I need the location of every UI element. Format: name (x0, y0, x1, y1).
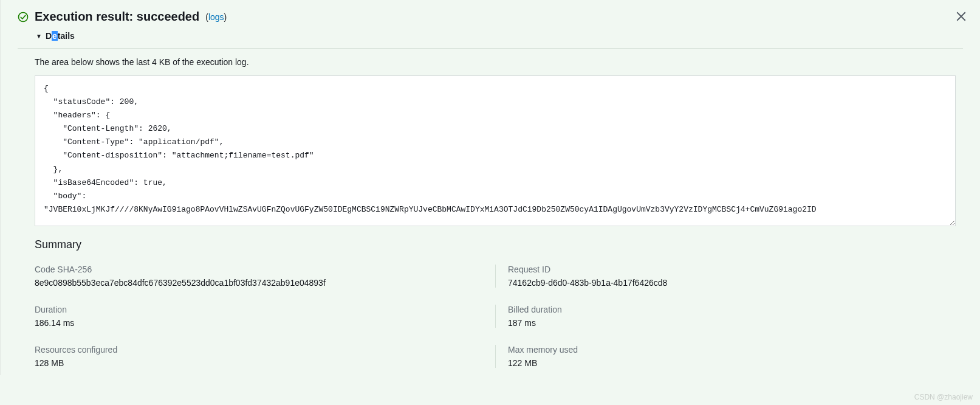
execution-result-panel: Execution result: succeeded logs ▼ Detai… (0, 0, 980, 375)
summary-grid: Code SHA-256 8e9c0898b55b3eca7ebc84dfc67… (35, 265, 956, 368)
summary-value: 187 ms (508, 318, 956, 328)
summary-value: 128 MB (35, 358, 483, 368)
summary-duration: Duration 186.14 ms (35, 305, 495, 328)
summary-label: Code SHA-256 (35, 265, 483, 274)
close-button[interactable] (956, 10, 967, 24)
summary-max-memory-used: Max memory used 122 MB (495, 345, 956, 368)
summary-label: Duration (35, 305, 483, 314)
summary-label: Billed duration (508, 305, 956, 314)
summary-label: Resources configured (35, 345, 483, 355)
summary-label: Request ID (508, 265, 956, 274)
summary-value: 74162cb9-d6d0-483b-9b1a-4b17f6426cd8 (508, 278, 956, 288)
summary-request-id: Request ID 74162cb9-d6d0-483b-9b1a-4b17f… (495, 265, 956, 288)
summary-value: 186.14 ms (35, 318, 483, 328)
summary-code-sha256: Code SHA-256 8e9c0898b55b3eca7ebc84dfc67… (35, 265, 495, 288)
details-label: Details (46, 31, 75, 41)
summary-heading: Summary (35, 238, 956, 251)
summary-label: Max memory used (508, 345, 956, 355)
success-check-icon (18, 12, 29, 22)
log-subtitle: The area below shows the last 4 KB of th… (35, 57, 956, 67)
execution-log-output[interactable] (35, 75, 956, 226)
close-icon (956, 11, 967, 22)
summary-value: 8e9c0898b55b3eca7ebc84dfc676392e5523dd0c… (35, 278, 483, 288)
details-toggle[interactable]: ▼ Details (36, 31, 963, 41)
svg-point-0 (19, 12, 28, 21)
result-title: Execution result: succeeded (35, 10, 199, 24)
divider (18, 48, 963, 49)
summary-billed-duration: Billed duration 187 ms (495, 305, 956, 328)
logs-link[interactable]: logs (205, 12, 227, 22)
summary-resources-configured: Resources configured 128 MB (35, 345, 495, 368)
details-content: The area below shows the last 4 KB of th… (18, 57, 963, 368)
caret-down-icon: ▼ (36, 33, 42, 40)
result-header: Execution result: succeeded logs (18, 10, 963, 24)
summary-value: 122 MB (508, 358, 956, 368)
